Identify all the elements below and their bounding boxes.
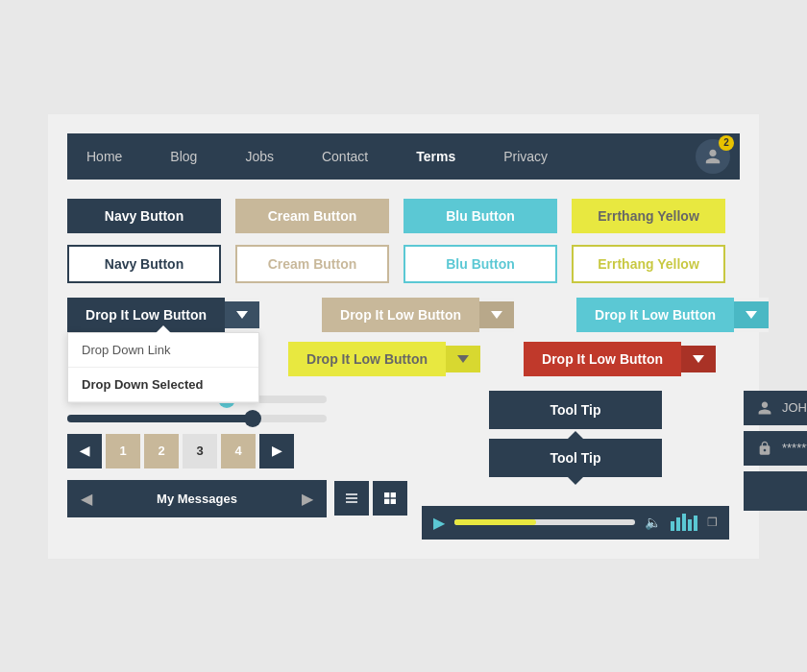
pagination-page-2[interactable]: 2 [144,434,179,468]
media-player: ▶ 🔈 ❒ [422,506,729,540]
view-toggle [334,481,407,516]
tooltip-button-top[interactable]: Tool Tip [489,391,662,429]
pagination: ◀ 1 2 3 4 ▶ [67,434,407,468]
navy-dropdown-wrapper: Drop It Low Button Drop Down Link Drop D… [67,298,259,332]
password-value: ************** [782,441,807,455]
nav-jobs[interactable]: Jobs [235,135,283,178]
login-column: JOHN LOCKE ************** LOGIN [744,391,807,540]
teal-dropdown-button[interactable]: Drop It Low Button [576,298,769,332]
cream-dropdown-arrow[interactable] [479,301,514,328]
cream-dropdown-label: Drop It Low Button [322,298,479,332]
blue-outline-button[interactable]: Blu Button [404,245,557,283]
chevron-down-icon-cream [491,311,502,319]
teal-dropdown-wrapper: Drop It Low Button [576,298,769,332]
user-icon [704,148,721,165]
expand-icon[interactable]: ❒ [707,516,718,529]
messages-bar: ◀ My Messages ▶ [67,480,327,517]
teal-dropdown-arrow[interactable] [734,301,769,328]
navy-dropdown-label: Drop It Low Button [67,298,225,332]
pagination-page-3[interactable]: 3 [183,434,217,468]
pagination-next[interactable]: ▶ [259,434,294,468]
password-field: ************** [744,431,807,466]
audio-bar-1 [671,521,674,531]
red-dropdown-wrapper: Drop It Low Button [524,342,716,376]
dropdown-item-link[interactable]: Drop Down Link [68,333,258,368]
audio-bar-3 [682,514,686,531]
chevron-down-icon-yellow [457,355,469,363]
pagination-page-1[interactable]: 1 [106,434,140,468]
user-avatar[interactable]: 2 [696,139,730,174]
navy-outline-button[interactable]: Navy Button [67,245,221,283]
yellow-dropdown-button[interactable]: Drop It Low Button [288,342,480,376]
dropdown-row-2: Drop It Low Button Drop It Low Button [288,342,740,376]
navbar: Home Blog Jobs Contact Terms Privacy 2 [67,133,740,180]
red-dropdown-label: Drop It Low Button [524,342,681,376]
dropdown-item-selected[interactable]: Drop Down Selected [68,368,258,402]
nav-links: Home Blog Jobs Contact Terms Privacy [77,135,557,178]
dropdown-row-1: Drop It Low Button Drop Down Link Drop D… [67,298,740,332]
tooltip-box: Tool Tip [489,439,662,477]
messages-prev[interactable]: ◀ [81,490,92,508]
username-field: JOHN LOCKE [744,391,807,425]
chevron-down-icon-red [693,355,704,363]
yellow-dropdown-label: Drop It Low Button [288,342,446,376]
yellow-dropdown-arrow[interactable] [446,346,480,372]
media-play-button[interactable]: ▶ [433,514,445,532]
pagination-page-4[interactable]: 4 [221,434,256,468]
dark-slider-track [67,415,327,422]
yellow-dropdown-wrapper: Drop It Low Button [288,342,480,376]
yellow-filled-button[interactable]: Errthang Yellow [572,199,725,233]
dark-slider-fill [67,415,249,422]
tooltip-column: Tool Tip Tool Tip ▶ 🔈 ❒ [422,391,729,540]
audio-bar-5 [694,516,697,531]
dark-slider-wrapper [67,415,407,422]
dark-slider-thumb[interactable] [244,410,261,427]
media-progress-fill [454,519,536,525]
cream-dropdown-wrapper: Drop It Low Button [322,298,514,332]
filled-buttons-row: Navy Button Cream Button Blu Button Errt… [67,199,740,233]
cream-filled-button[interactable]: Cream Button [235,199,389,233]
messages-next[interactable]: ▶ [302,490,313,508]
red-dropdown-arrow[interactable] [681,346,716,372]
chevron-down-icon-teal [746,311,757,319]
main-container: Home Blog Jobs Contact Terms Privacy 2 N… [48,114,759,559]
cream-dropdown-button[interactable]: Drop It Low Button [322,298,514,332]
navy-dropdown-arrow[interactable] [225,301,259,328]
user-field-icon [757,400,772,416]
nav-blog[interactable]: Blog [160,135,207,178]
nav-contact[interactable]: Contact [312,135,378,178]
navy-filled-button[interactable]: Navy Button [67,199,221,233]
audio-visualizer [671,514,697,531]
chevron-down-icon [236,311,248,319]
grid-view-button[interactable] [373,481,407,516]
audio-bar-2 [676,517,680,531]
messages-label: My Messages [102,492,292,506]
outline-buttons-row: Navy Button Cream Button Blu Button Errt… [67,245,740,283]
teal-dropdown-label: Drop It Low Button [576,298,734,332]
audio-bar-4 [688,519,692,531]
media-progress-bar[interactable] [454,519,635,525]
notification-badge: 2 [719,135,734,151]
list-icon [344,491,359,506]
red-dropdown-button[interactable]: Drop It Low Button [524,342,716,376]
yellow-outline-button[interactable]: Errthang Yellow [572,245,725,283]
nav-privacy[interactable]: Privacy [494,135,557,178]
login-button[interactable]: LOGIN [744,471,807,511]
pagination-prev[interactable]: ◀ [67,434,102,468]
nav-home[interactable]: Home [77,135,132,178]
login-form: JOHN LOCKE ************** LOGIN [744,391,807,511]
left-column: ◀ 1 2 3 4 ▶ ◀ My Messages ▶ [67,391,407,540]
volume-icon[interactable]: 🔈 [645,515,661,530]
grid-icon [382,491,398,506]
middle-section: ◀ 1 2 3 4 ▶ ◀ My Messages ▶ [67,391,740,540]
list-view-button[interactable] [334,481,369,516]
username-value: JOHN LOCKE [782,400,807,415]
tooltip-section: Tool Tip Tool Tip [422,391,729,477]
nav-terms[interactable]: Terms [406,135,465,178]
navy-dropdown-menu: Drop Down Link Drop Down Selected [67,332,259,403]
cream-outline-button[interactable]: Cream Button [235,245,389,283]
blue-filled-button[interactable]: Blu Button [404,199,557,233]
lock-icon [757,441,772,456]
